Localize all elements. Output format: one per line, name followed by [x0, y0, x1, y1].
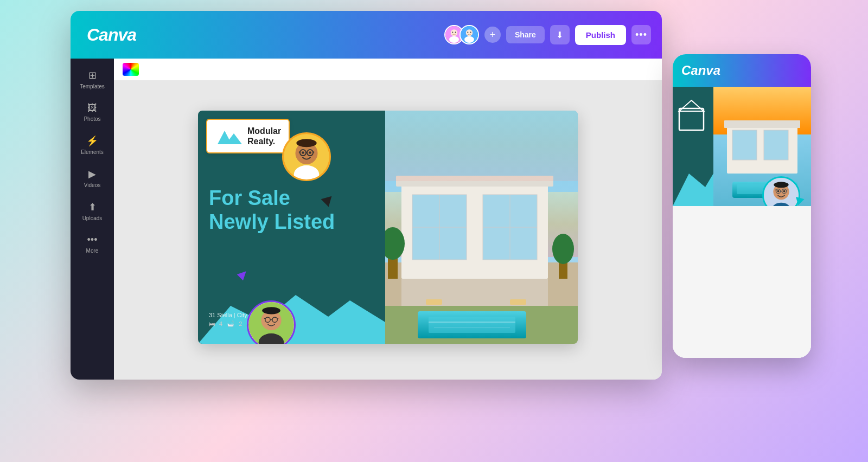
more-icon: •••	[87, 234, 98, 246]
svg-line-18	[299, 152, 300, 153]
svg-point-54	[552, 234, 574, 264]
svg-point-22	[309, 151, 311, 154]
design-right-panel	[385, 111, 578, 344]
svg-line-32	[277, 318, 278, 319]
window-body: ⊞ Templates 🖼 Photos ⚡ Elements ▶ Videos…	[71, 59, 662, 380]
svg-point-4	[455, 31, 456, 33]
logo-company-name: ModularRealty.	[247, 126, 281, 146]
svg-rect-64	[724, 120, 800, 128]
svg-line-31	[264, 318, 265, 319]
design-card[interactable]: ModularRealty.	[198, 111, 578, 344]
svg-point-8	[467, 31, 468, 33]
videos-label: Videos	[84, 182, 100, 188]
svg-rect-56	[510, 299, 526, 305]
bed-icon: 🛏	[209, 320, 215, 328]
svg-point-78	[783, 190, 786, 193]
agent-face-top	[284, 134, 329, 179]
svg-point-3	[452, 31, 453, 33]
svg-point-33	[262, 307, 280, 314]
avatar-image-2	[461, 26, 478, 43]
sidebar-item-elements[interactable]: ⚡ Elements	[73, 130, 111, 161]
logo-mountain-icon	[215, 125, 242, 147]
svg-line-75	[775, 190, 776, 190]
agent-circle-bottom	[247, 300, 296, 344]
house-illustration	[385, 111, 578, 344]
uploads-label: Uploads	[82, 215, 103, 221]
phone-lower-content	[673, 206, 811, 358]
sidebar-item-photos[interactable]: 🖼 Photos	[73, 97, 111, 127]
for-sale-text: For Sale Newly Listed	[209, 187, 335, 234]
svg-rect-57	[385, 111, 578, 181]
logo-box[interactable]: ModularRealty.	[206, 119, 290, 153]
phone-body	[673, 87, 811, 358]
svg-point-9	[470, 31, 471, 33]
desktop-window: Canva	[71, 11, 662, 380]
sidebar-item-templates[interactable]: ⊞ Templates	[73, 64, 111, 95]
photos-label: Photos	[84, 116, 100, 122]
topbar: Canva	[71, 11, 662, 59]
svg-rect-66	[764, 130, 788, 160]
share-button[interactable]: Share	[506, 26, 545, 43]
svg-line-20	[313, 152, 314, 153]
svg-rect-48	[429, 317, 515, 333]
sidebar-item-more[interactable]: ••• More	[73, 229, 111, 259]
more-label: More	[86, 248, 99, 254]
phone-topbar: Canva	[673, 54, 811, 87]
phone-window: Canva	[673, 54, 811, 358]
svg-rect-65	[732, 130, 757, 160]
elements-label: Elements	[81, 149, 104, 155]
svg-point-79	[774, 182, 788, 188]
bath-icon: 🛁	[227, 320, 234, 328]
more-options-button[interactable]: •••	[631, 25, 651, 44]
download-button[interactable]: ⬇	[550, 25, 570, 44]
sidebar-item-uploads[interactable]: ⬆ Uploads	[73, 196, 111, 227]
templates-label: Templates	[80, 84, 105, 89]
svg-rect-55	[426, 299, 442, 305]
canva-logo: Canva	[87, 25, 136, 45]
design-left-panel: ModularRealty.	[198, 111, 385, 344]
color-swatch[interactable]	[123, 63, 139, 76]
sidebar-item-videos[interactable]: ▶ Videos	[73, 163, 111, 194]
phone-agent-face	[764, 178, 799, 206]
add-collaborator-button[interactable]: +	[484, 27, 501, 43]
svg-line-76	[787, 190, 788, 190]
topbar-right: + Share ⬇ Publish •••	[444, 25, 651, 45]
photos-icon: 🖼	[87, 102, 97, 114]
canvas-toolbar	[114, 59, 662, 80]
publish-button[interactable]: Publish	[575, 25, 626, 45]
download-icon: ⬇	[556, 30, 563, 40]
phone-card	[673, 87, 811, 206]
avatar-2	[459, 25, 479, 44]
uploads-icon: ⬆	[88, 201, 97, 213]
agent-circle-top	[282, 132, 331, 181]
avatar-group	[444, 25, 479, 44]
svg-point-77	[777, 190, 780, 193]
templates-icon: ⊞	[88, 69, 97, 81]
canvas-area[interactable]: ModularRealty.	[114, 59, 662, 380]
videos-icon: ▶	[88, 168, 96, 180]
svg-point-23	[296, 139, 316, 147]
agent-face-bottom	[248, 302, 294, 344]
elements-icon: ⚡	[86, 135, 98, 147]
svg-point-21	[302, 151, 304, 154]
phone-canva-logo: Canva	[681, 63, 720, 78]
svg-point-7	[464, 36, 474, 43]
house-photo	[385, 111, 578, 344]
svg-point-2	[449, 36, 459, 43]
sidebar: ⊞ Templates 🖼 Photos ⚡ Elements ▶ Videos…	[71, 59, 114, 380]
